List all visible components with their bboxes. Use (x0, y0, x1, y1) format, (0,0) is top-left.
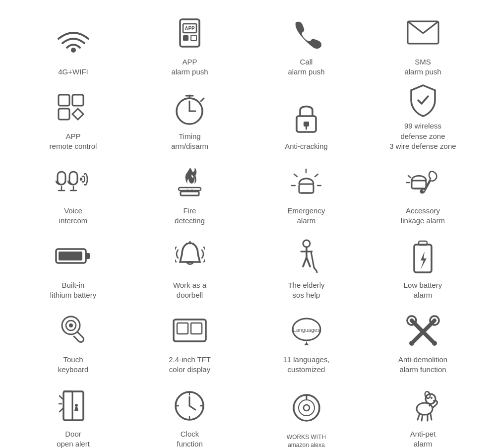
svg-line-7 (423, 21, 438, 33)
feature-label-anti-demolition: Anti-demolitionalarm function (398, 355, 447, 375)
feature-app-alarm: APP APPalarm push (133, 10, 247, 82)
feature-label-call-alarm: Callalarm push (288, 57, 324, 77)
doorbell-icon (175, 238, 205, 277)
door-icon (59, 386, 88, 426)
feature-anti-cracking: Anti-cracking (249, 84, 364, 156)
voiceintercom-icon (55, 163, 92, 203)
svg-rect-43 (86, 253, 90, 259)
feature-label-amazon-alexa: WORKS WITHamazon alexa (287, 433, 326, 448)
svg-rect-37 (412, 181, 426, 189)
feature-label-4g-wifi: 4G+WIFI (58, 67, 88, 77)
svg-line-91 (422, 415, 423, 421)
svg-line-39 (408, 176, 411, 178)
svg-rect-4 (191, 35, 196, 41)
lowbattery-icon (412, 238, 434, 277)
svg-line-52 (311, 252, 314, 267)
feature-label-tft-display: 2.4-inch TFTcolor display (169, 355, 211, 375)
svg-rect-59 (177, 323, 188, 334)
svg-point-47 (303, 240, 310, 247)
svg-line-94 (430, 404, 431, 406)
svg-rect-20 (58, 172, 65, 185)
svg-line-16 (201, 98, 204, 101)
svg-line-90 (418, 414, 420, 420)
svg-rect-54 (419, 241, 427, 245)
feature-wireless-zone: 99 wirelessdefense zone3 wire defense zo… (366, 84, 480, 156)
feature-label-doorbell: Work as adoorbell (173, 280, 206, 301)
svg-line-50 (303, 257, 307, 266)
appremote-icon (56, 89, 91, 128)
battery-icon (55, 238, 92, 277)
touch-icon (57, 312, 89, 352)
feature-label-accessory-linkage: Accessorylinkage alarm (401, 206, 445, 226)
feature-amazon-alexa: WORKS WITHamazon alexa (249, 382, 364, 448)
feature-label-door-open: Dooropen alert (57, 429, 90, 448)
app-icon: APP (176, 14, 203, 54)
elderly-icon (294, 238, 319, 277)
feature-accessory-linkage: Accessorylinkage alarm (366, 159, 480, 231)
svg-line-34 (315, 174, 318, 177)
feature-label-emergency: Emergencyalarm (288, 206, 325, 226)
feature-touch-keyboard: Touchkeyboard (16, 308, 130, 380)
svg-point-96 (433, 400, 436, 402)
languages-icon: Languages (289, 312, 324, 352)
svg-point-67 (409, 341, 414, 346)
svg-line-51 (307, 257, 310, 266)
svg-point-85 (304, 405, 310, 411)
feature-label-builtin-battery: Built-inlithium battery (50, 280, 96, 301)
feature-label-clock: Clockfunction (177, 429, 203, 448)
feature-fire: Firedetecting (133, 159, 247, 231)
svg-point-84 (299, 400, 314, 416)
feature-label-anti-cracking: Anti-cracking (285, 141, 328, 151)
svg-point-95 (431, 397, 433, 399)
feature-emergency: Emergencyalarm (249, 159, 364, 231)
feature-anti-demolition: Anti-demolitionalarm function (366, 308, 480, 380)
feature-app-remote: APPremote control (16, 84, 130, 156)
svg-rect-69 (63, 391, 83, 420)
svg-rect-23 (69, 172, 77, 185)
feature-builtin-battery: Built-inlithium battery (16, 233, 130, 305)
wifi-icon (56, 24, 91, 64)
feature-label-timing-arm: Timingarm/disarm (171, 131, 208, 152)
feature-tft-display: 2.4-inch TFTcolor display (133, 308, 247, 380)
svg-text:Languages: Languages (293, 327, 320, 333)
svg-line-73 (60, 396, 62, 399)
svg-line-75 (60, 409, 62, 412)
feature-low-battery: Low batteryalarm (366, 233, 480, 305)
feature-label-touch-keyboard: Touchkeyboard (58, 355, 89, 375)
phone-icon (292, 14, 321, 54)
feature-doorbell: Work as adoorbell (133, 233, 247, 305)
feature-label-app-alarm: APPalarm push (171, 57, 208, 77)
svg-point-57 (69, 323, 73, 327)
clock-icon (174, 386, 206, 426)
svg-text:APP: APP (185, 26, 195, 31)
feature-door-open: Dooropen alert (16, 382, 130, 448)
svg-point-68 (432, 341, 437, 346)
svg-line-6 (408, 21, 423, 33)
svg-rect-8 (59, 95, 69, 106)
alexa-icon (292, 390, 321, 430)
antidemolition-icon (406, 312, 440, 352)
feature-call-alarm: Callalarm push (249, 10, 364, 82)
feature-sms-alarm: SMSalarm push (366, 10, 480, 82)
svg-rect-10 (72, 95, 83, 106)
feature-timing-arm: Timingarm/disarm (133, 84, 247, 156)
svg-point-41 (421, 190, 424, 193)
emergency-icon (290, 163, 322, 203)
display-icon (171, 312, 208, 352)
svg-line-78 (189, 406, 195, 410)
fire-icon (174, 163, 206, 203)
feature-label-fire: Firedetecting (175, 206, 205, 226)
features-grid: 4G+WIFI APP APPalarm push Callalarm push (6, 0, 490, 448)
svg-rect-44 (59, 252, 82, 260)
pet-icon (406, 386, 440, 426)
feature-elderly-sos: The elderlysos help (249, 233, 364, 305)
feature-label-anti-pet: Anti-petalarm (410, 429, 436, 448)
svg-line-33 (294, 174, 297, 177)
lock-icon (293, 99, 320, 138)
feature-label-wireless-zone: 99 wirelessdefense zone3 wire defense zo… (389, 121, 456, 151)
svg-rect-29 (179, 188, 201, 191)
svg-rect-9 (59, 109, 69, 120)
feature-voice-intercom: Voiceintercom (16, 159, 130, 231)
feature-anti-pet: Anti-petalarm (366, 382, 480, 448)
svg-rect-3 (183, 35, 188, 41)
